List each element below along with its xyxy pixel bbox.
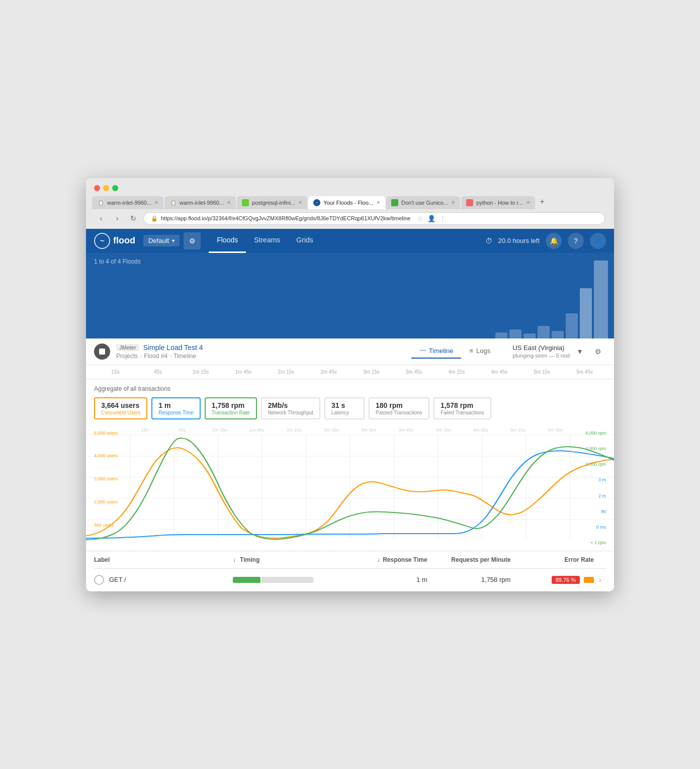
tab-bar: 📋 warm-inlet-9960... ✕ 📋 warm-inlet-9960… xyxy=(90,194,610,209)
stat-card-passed[interactable]: 180 rpm Passed Transactions xyxy=(369,397,429,419)
settings-gear-button[interactable]: ⚙ xyxy=(184,232,201,249)
breadcrumb-sep-2: › xyxy=(169,353,171,360)
y-right-2000: 2,000 rpm xyxy=(585,462,606,467)
stats-title: Aggregate of all transactions xyxy=(94,385,606,392)
y-axis-left: 5,000 users 4,000 users 3,000 users 2,50… xyxy=(94,425,127,551)
tab-close-4[interactable]: ✕ xyxy=(376,200,380,205)
timing-bar-gray xyxy=(261,577,313,583)
stat-card-latency[interactable]: 31 s Latency xyxy=(324,397,365,419)
logs-icon: ≡ xyxy=(469,347,473,355)
back-button[interactable]: ‹ xyxy=(95,212,107,224)
banner-bar-3 xyxy=(523,333,536,338)
tab-label-3: postgresql-infini... xyxy=(252,200,295,206)
forward-button[interactable]: › xyxy=(111,212,123,224)
y-right-1rpm: < 1 rpm xyxy=(590,540,606,545)
test-settings-button[interactable]: ⚙ xyxy=(590,344,606,360)
stat-card-failed[interactable]: 1,578 rpm Failed Transactions xyxy=(433,397,491,419)
stat-card-users[interactable]: 3,664 users Concurrent Users xyxy=(94,397,147,419)
region-dropdown-button[interactable]: ▾ xyxy=(574,346,586,358)
help-button[interactable]: ? xyxy=(568,233,584,249)
test-tool-badge: JMeter xyxy=(116,344,139,351)
row-expand-button[interactable]: › xyxy=(594,576,606,584)
nav-streams-label: Streams xyxy=(254,236,280,244)
cr-1m15s: 1m 15s xyxy=(201,428,238,433)
table-row: GET / 1 m 1,758 rpm 89.76 % xyxy=(94,569,606,591)
logs-label: Logs xyxy=(476,347,490,355)
close-button[interactable] xyxy=(94,185,100,191)
timer-text: 20.0 hours left xyxy=(498,237,540,244)
profile-icon[interactable]: 👤 xyxy=(427,215,435,222)
timing-bar-green xyxy=(233,577,260,583)
browser-tab-3[interactable]: postgresql-infini... ✕ xyxy=(237,196,307,209)
stat-value-latency: 31 s xyxy=(331,401,358,409)
more-icon[interactable]: ⋮ xyxy=(440,215,446,222)
banner-bars xyxy=(489,261,614,338)
banner-bar-5 xyxy=(552,331,564,338)
stats-cards: 3,664 users Concurrent Users 1 m Respons… xyxy=(94,397,606,419)
tab-logs[interactable]: ≡ Logs xyxy=(461,344,498,359)
col-header-error: Error Rate xyxy=(510,556,594,563)
y-label-3000: 3,000 users xyxy=(94,476,127,481)
maximize-button[interactable] xyxy=(112,185,118,191)
tab-close-5[interactable]: ✕ xyxy=(451,200,455,205)
reload-button[interactable]: ↻ xyxy=(127,212,139,224)
row-status-icon xyxy=(94,575,104,585)
stat-card-txrate[interactable]: 1,758 rpm Transaction Rate xyxy=(205,397,257,419)
nav-item-streams[interactable]: Streams xyxy=(246,229,288,253)
header-rpm-text: Requests per Minute xyxy=(451,556,510,563)
stat-value-response: 1 m xyxy=(158,401,193,409)
stat-label-passed: Passed Transactions xyxy=(376,410,422,415)
tab-timeline[interactable]: 〰 Timeline xyxy=(411,344,462,359)
project-name: Default xyxy=(148,237,169,244)
banner-bar-8 xyxy=(594,261,608,338)
stop-button[interactable] xyxy=(94,344,110,360)
tab-close-3[interactable]: ✕ xyxy=(298,200,302,205)
breadcrumb-flood[interactable]: Flood #4 xyxy=(144,353,167,360)
stat-value-users: 3,664 users xyxy=(101,401,140,409)
notifications-button[interactable]: 🔔 xyxy=(546,233,562,249)
browser-chrome: 📋 warm-inlet-9960... ✕ 📋 warm-inlet-9960… xyxy=(86,178,614,229)
chevron-right-icon[interactable]: › xyxy=(599,576,601,584)
chart-svg xyxy=(86,435,614,541)
chart-area: 5,000 users 4,000 users 3,000 users 2,50… xyxy=(86,425,614,551)
col-header-timing[interactable]: ↓ Timing xyxy=(233,556,344,563)
stat-label-response: Response Time xyxy=(158,410,193,415)
breadcrumb-timeline: Timeline xyxy=(173,353,196,360)
tick-2m45s: 2m 45s xyxy=(307,369,350,375)
tab-close-1[interactable]: ✕ xyxy=(154,200,158,205)
breadcrumb-projects[interactable]: Projects xyxy=(116,353,138,360)
stat-card-network[interactable]: 2Mb/s Network Throughput xyxy=(261,397,320,419)
tab-close-2[interactable]: ✕ xyxy=(227,200,231,205)
address-text: https://app.flood.io/p/32364/f/e4CfGQvgJ… xyxy=(161,215,410,221)
minimize-button[interactable] xyxy=(103,185,109,191)
project-selector[interactable]: Default ▾ xyxy=(143,235,180,246)
row-response-value: 1 m xyxy=(416,576,427,583)
test-name[interactable]: Simple Load Test 4 xyxy=(143,344,203,352)
y-label-2500: 2,500 users xyxy=(94,499,127,504)
cr-5m15s: 5m 15s xyxy=(499,428,537,433)
address-bar[interactable]: 🔒 https://app.flood.io/p/32364/f/e4CfGQv… xyxy=(143,212,605,225)
nav-grids-label: Grids xyxy=(296,236,313,244)
nav-item-grids[interactable]: Grids xyxy=(288,229,321,253)
address-bar-row: ‹ › ↻ 🔒 https://app.flood.io/p/32364/f/e… xyxy=(90,209,610,229)
app-content: ~ flood Default ▾ ⚙ Floods Streams Grids xyxy=(86,229,614,591)
nav-item-floods[interactable]: Floods xyxy=(209,229,246,253)
browser-tab-5[interactable]: Don't use Gunico... ✕ xyxy=(386,196,460,209)
browser-tab-2[interactable]: 📋 warm-inlet-9960... ✕ xyxy=(164,196,236,209)
col-header-response[interactable]: ↓ Response Time xyxy=(344,556,427,563)
star-icon[interactable]: ☆ xyxy=(417,215,423,222)
browser-tab-4[interactable]: ~ Your Floods - Floo... ✕ xyxy=(308,196,385,209)
stat-card-response[interactable]: 1 m Response Time xyxy=(151,397,200,419)
tab-close-6[interactable]: ✕ xyxy=(526,200,530,205)
browser-tab-1[interactable]: 📋 warm-inlet-9960... ✕ xyxy=(92,196,163,209)
browser-tab-6[interactable]: python - How to r... ✕ xyxy=(461,196,535,209)
tick-4m15s: 4m 15s xyxy=(435,369,478,375)
lock-icon: 🔒 xyxy=(151,215,158,222)
chevron-down-icon: ▾ xyxy=(172,238,174,243)
chart-ruler: 15s 45s 1m 15s 1m 45s 2m 15s 2m 45s 3m 1… xyxy=(86,425,614,435)
new-tab-button[interactable]: + xyxy=(536,194,549,209)
flood-banner: 1 to 4 of 4 Floods xyxy=(86,253,614,338)
y-label-5000: 5,000 users xyxy=(94,431,127,436)
banner-bar-2 xyxy=(509,329,521,338)
user-menu-button[interactable]: 👤 xyxy=(590,233,606,249)
